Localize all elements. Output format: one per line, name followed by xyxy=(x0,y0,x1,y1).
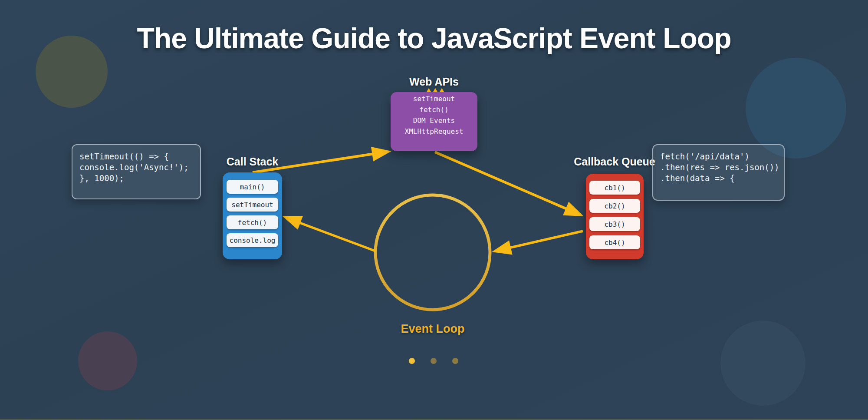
callback-queue-item: cb3() xyxy=(589,217,640,231)
carousel-dot-1[interactable] xyxy=(409,358,415,364)
arrow-eventloop-to-callstack-icon xyxy=(282,216,375,251)
callback-queue-box: cb1() cb2() cb3() cb4() xyxy=(586,174,644,259)
web-apis-item: DOM Events xyxy=(391,115,477,126)
carousel-dot-3[interactable] xyxy=(452,358,458,364)
decor-circle-bottom-left xyxy=(78,331,137,390)
web-apis-label: Web APIs xyxy=(391,76,477,88)
code-snippet-settimeout: setTimeout(() => { console.log('Async!')… xyxy=(72,144,201,199)
callback-queue-item: cb4() xyxy=(589,235,640,249)
decor-circle-bottom-right xyxy=(720,321,806,406)
call-stack-frame: console.log xyxy=(227,233,278,247)
arrow-queue-to-eventloop-icon xyxy=(492,231,583,255)
callback-queue-item: cb1() xyxy=(589,181,640,195)
page-title: The Ultimate Guide to JavaScript Event L… xyxy=(0,22,868,55)
web-apis-item: fetch() xyxy=(391,104,477,115)
callback-queue-item: cb2() xyxy=(589,199,640,213)
web-apis-item: setTimeout xyxy=(391,93,477,104)
call-stack-frame: setTimeout xyxy=(227,198,278,212)
call-stack-box: main() setTimeout fetch() console.log xyxy=(223,172,282,259)
call-stack-frame: main() xyxy=(227,180,278,194)
infographic-canvas: The Ultimate Guide to JavaScript Event L… xyxy=(0,0,868,420)
decor-circle-right xyxy=(746,58,846,159)
web-apis-item: XMLHttpRequest xyxy=(391,126,477,137)
web-apis-box: setTimeout fetch() DOM Events XMLHttpReq… xyxy=(391,92,477,151)
call-stack-label: Call Stack xyxy=(223,155,282,168)
call-stack-frame: fetch() xyxy=(227,215,278,229)
code-snippet-fetch: fetch('/api/data') .then(res => res.json… xyxy=(652,144,785,201)
event-loop-label: Event Loop xyxy=(368,322,498,336)
event-loop-circle-icon xyxy=(375,195,490,310)
carousel-dot-2[interactable] xyxy=(431,358,437,364)
